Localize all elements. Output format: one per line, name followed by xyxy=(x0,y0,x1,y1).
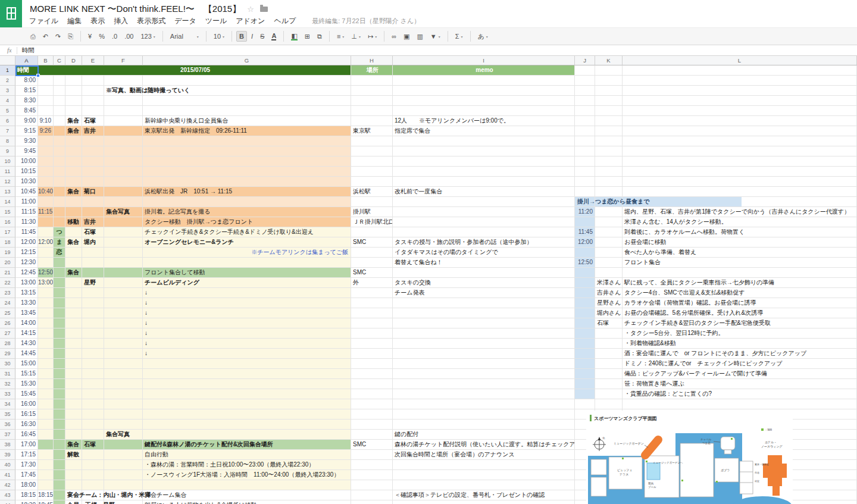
cell-E25[interactable] xyxy=(82,308,104,318)
cell-L15[interactable]: 堀内、星野、石塚、吉井が第1陣でタクシーで向かう（吉井さんにタクシー代渡す） xyxy=(623,207,857,217)
cell-B17[interactable] xyxy=(38,227,54,237)
text-wrap-button[interactable]: ↦▾ xyxy=(365,31,380,42)
formula-bar-value[interactable]: 時間 xyxy=(22,46,35,55)
cell-G39[interactable]: 自由行動 xyxy=(143,450,351,460)
cell-E4[interactable] xyxy=(82,96,104,106)
cell-A17[interactable]: 11:45 xyxy=(15,227,38,237)
cell-K2[interactable] xyxy=(595,76,623,86)
cell-A44[interactable]: 18:30 xyxy=(15,500,38,504)
cell-K8[interactable] xyxy=(595,136,623,146)
cell-K10[interactable] xyxy=(595,156,623,167)
cell-K18[interactable] xyxy=(595,237,623,248)
row-header-17[interactable]: 17 xyxy=(0,227,15,237)
cell-C17[interactable]: つ xyxy=(54,227,65,237)
cell-C4[interactable] xyxy=(54,96,65,106)
cell-L20[interactable]: フロント集合 xyxy=(623,258,857,268)
cell-H13[interactable]: 浜松駅 xyxy=(351,187,393,197)
print-button[interactable]: ⎙ xyxy=(27,31,39,42)
cell-G28[interactable]: ↓ xyxy=(143,339,351,349)
cell-H25[interactable] xyxy=(351,308,393,318)
cell-F4[interactable] xyxy=(104,96,143,106)
cell-K31[interactable] xyxy=(595,369,623,379)
cell-H27[interactable] xyxy=(351,328,393,339)
cell-K4[interactable] xyxy=(595,96,623,106)
row-header-20[interactable]: 20 xyxy=(0,258,15,268)
cell-L1[interactable] xyxy=(623,65,857,76)
cell-I12[interactable] xyxy=(393,177,575,187)
cell-I29[interactable] xyxy=(393,349,575,359)
cell-I33[interactable] xyxy=(393,389,575,399)
cell-J12[interactable] xyxy=(575,177,595,187)
row-header-21[interactable]: 21 xyxy=(0,268,15,278)
cell-I42[interactable] xyxy=(393,480,575,490)
cell-A36[interactable]: 16:30 xyxy=(15,420,38,430)
cell-H37[interactable] xyxy=(351,430,393,440)
cell-D23[interactable] xyxy=(65,288,82,298)
cell-A30[interactable]: 15:00 xyxy=(15,359,38,369)
row-header-39[interactable]: 39 xyxy=(0,450,15,460)
cell-D33[interactable] xyxy=(65,389,82,399)
cell-I30[interactable] xyxy=(393,359,575,369)
cell-D40[interactable] xyxy=(65,460,82,470)
cell-H38[interactable]: SMC xyxy=(351,440,393,450)
cell-B37[interactable] xyxy=(38,430,54,440)
cell-J13[interactable] xyxy=(575,187,595,197)
cell-B11[interactable] xyxy=(38,167,54,177)
cell-F12[interactable] xyxy=(104,177,143,187)
cell-F5[interactable] xyxy=(104,106,143,116)
cell-B8[interactable] xyxy=(38,136,54,146)
cell-D12[interactable] xyxy=(65,177,82,187)
cell-G25[interactable]: ↓ xyxy=(143,308,351,318)
cell-F31[interactable] xyxy=(104,369,143,379)
cell-F16[interactable] xyxy=(104,217,143,227)
row-header-44[interactable]: 44 xyxy=(0,500,15,504)
cell-A1[interactable]: 時間 xyxy=(15,65,38,76)
cell-C44[interactable] xyxy=(54,500,65,504)
cell-I35[interactable] xyxy=(393,409,575,420)
cell-L32[interactable]: 笹：荷物置き場へ運ぶ xyxy=(623,379,857,389)
cell-F22[interactable] xyxy=(104,278,143,288)
cell-C14[interactable] xyxy=(54,197,65,207)
cell-E20[interactable] xyxy=(82,258,104,268)
cell-D15[interactable] xyxy=(65,207,82,217)
undo-button[interactable]: ↶ xyxy=(40,31,51,42)
cell-C13[interactable] xyxy=(54,187,65,197)
cell-G32[interactable] xyxy=(143,379,351,389)
cell-A7[interactable]: 9:15 xyxy=(15,126,38,136)
cell-J25[interactable] xyxy=(575,308,595,318)
menu-item-8[interactable]: ヘルプ xyxy=(273,16,297,26)
insert-link-button[interactable]: ∞ xyxy=(389,31,399,42)
cell-E9[interactable] xyxy=(82,146,104,156)
cell-I38[interactable]: 森林の湯チケット配付説明（使いたい人に渡す。精算はチェックアウ xyxy=(393,440,575,450)
row-header-4[interactable]: 4 xyxy=(0,96,15,106)
cell-I8[interactable] xyxy=(393,136,575,146)
cell-E31[interactable] xyxy=(82,369,104,379)
cell-A26[interactable]: 14:00 xyxy=(15,318,38,328)
cell-D36[interactable] xyxy=(65,420,82,430)
cell-I10[interactable] xyxy=(393,156,575,167)
cell-E33[interactable] xyxy=(82,389,104,399)
cell-H18[interactable]: SMC xyxy=(351,237,393,248)
cell-D43[interactable]: 宴会チーム：内山・堀内・米澤 xyxy=(65,490,82,500)
font-size-button[interactable]: 10▾ xyxy=(211,31,227,42)
cell-A24[interactable]: 13:30 xyxy=(15,298,38,308)
cell-L33[interactable]: ・貴重品の確認：どこに置くの? xyxy=(623,389,857,399)
cell-K22[interactable]: 米澤さん xyxy=(595,278,623,288)
cell-K28[interactable] xyxy=(595,339,623,349)
cell-B10[interactable] xyxy=(38,156,54,167)
col-header-A[interactable]: A xyxy=(15,56,38,65)
last-edit-status[interactable]: 最終編集: 7月22日（星野陽介 さん） xyxy=(312,17,420,26)
row-header-26[interactable]: 26 xyxy=(0,318,15,328)
cell-I4[interactable] xyxy=(393,96,575,106)
cell-A6[interactable]: 9:00 xyxy=(15,116,38,126)
cell-A43[interactable]: 18:15 xyxy=(15,490,38,500)
cell-K12[interactable] xyxy=(595,177,623,187)
cell-C35[interactable] xyxy=(54,409,65,420)
cell-L26[interactable]: チェックイン手続き&翌日のタクシー手配&宅急便受取 xyxy=(623,318,857,328)
cell-G42[interactable] xyxy=(143,480,351,490)
cell-G16[interactable]: タクシー移動 掛川駅→つま恋フロント xyxy=(143,217,351,227)
cell-F30[interactable] xyxy=(104,359,143,369)
cell-H32[interactable] xyxy=(351,379,393,389)
cell-D34[interactable] xyxy=(65,399,82,409)
vertical-align-button[interactable]: ⊥▾ xyxy=(348,31,364,42)
